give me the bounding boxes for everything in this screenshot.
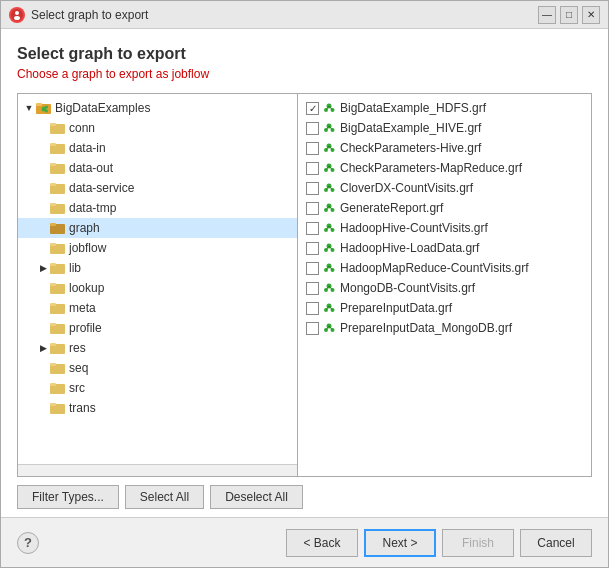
file-checkbox[interactable] [306,142,319,155]
svg-point-1 [15,11,19,15]
trans-label: trans [69,401,96,415]
file-name: BigDataExample_HIVE.grf [340,121,481,135]
file-name: PrepareInputData_MongoDB.grf [340,321,512,335]
file-item[interactable]: PrepareInputData_MongoDB.grf [298,318,591,338]
grf-file-icon [322,221,337,236]
deselect-all-button[interactable]: Deselect All [210,485,303,509]
root-folder-icon [36,102,52,114]
root-arrow: ▼ [22,103,36,113]
grf-file-icon [322,181,337,196]
tree-item-data-service[interactable]: data-service [18,178,297,198]
title-bar-left: Select graph to export [9,7,148,23]
file-checkbox[interactable] [306,182,319,195]
filter-types-button[interactable]: Filter Types... [17,485,119,509]
file-checkbox[interactable] [306,262,319,275]
file-item[interactable]: MongoDB-CountVisits.grf [298,278,591,298]
tree-item-seq[interactable]: seq [18,358,297,378]
svg-rect-12 [50,143,56,146]
graph-folder-icon [50,222,66,234]
svg-rect-36 [50,383,56,386]
file-item[interactable]: HadoopHive-CountVisits.grf [298,218,591,238]
maximize-button[interactable]: □ [560,6,578,24]
tree-container[interactable]: ▼ [18,94,297,464]
tree-item-data-out[interactable]: data-out [18,158,297,178]
file-item[interactable]: CloverDX-CountVisits.grf [298,178,591,198]
meta-folder-icon [50,302,66,314]
file-checkbox[interactable] [306,102,319,115]
tree-item-data-in[interactable]: data-in [18,138,297,158]
file-name: CheckParameters-MapReduce.grf [340,161,522,175]
file-checkbox[interactable] [306,122,319,135]
file-item[interactable]: HadoopHive-LoadData.grf [298,238,591,258]
src-folder-icon [50,382,66,394]
tree-horizontal-scrollbar[interactable] [18,464,297,476]
file-item[interactable]: CheckParameters-MapReduce.grf [298,158,591,178]
tree-item-jobflow[interactable]: jobflow [18,238,297,258]
svg-point-8 [45,110,48,113]
lookup-folder-icon [50,282,66,294]
next-button[interactable]: Next > [364,529,436,557]
file-name: GenerateReport.grf [340,201,443,215]
file-checkbox[interactable] [306,282,319,295]
root-label: BigDataExamples [55,101,150,115]
back-button[interactable]: < Back [286,529,358,557]
page-title: Select graph to export [17,45,592,63]
main-content: Select graph to export Choose a graph to… [1,29,608,517]
svg-point-2 [14,16,20,20]
footer-left: ? [17,532,39,554]
svg-rect-28 [50,303,56,306]
tree-item-conn[interactable]: conn [18,118,297,138]
grf-file-icon [322,301,337,316]
tree-item-trans[interactable]: trans [18,398,297,418]
tree-item-profile[interactable]: profile [18,318,297,338]
file-item[interactable]: BigDataExample_HDFS.grf [298,98,591,118]
file-list[interactable]: BigDataExample_HDFS.grf BigDataExample_H… [298,94,591,476]
file-item[interactable]: BigDataExample_HIVE.grf [298,118,591,138]
file-checkbox[interactable] [306,222,319,235]
tree-item-res[interactable]: ▶ res [18,338,297,358]
grf-file-icon [322,161,337,176]
tree-item-src[interactable]: src [18,378,297,398]
file-checkbox[interactable] [306,322,319,335]
svg-rect-5 [36,103,42,106]
cancel-button[interactable]: Cancel [520,529,592,557]
tree-root[interactable]: ▼ [18,98,297,118]
file-checkbox[interactable] [306,162,319,175]
file-item[interactable]: PrepareInputData.grf [298,298,591,318]
file-name: PrepareInputData.grf [340,301,452,315]
help-button[interactable]: ? [17,532,39,554]
file-item[interactable]: HadoopMapReduce-CountVisits.grf [298,258,591,278]
svg-rect-32 [50,343,56,346]
svg-rect-18 [50,203,56,206]
file-checkbox[interactable] [306,202,319,215]
finish-button[interactable]: Finish [442,529,514,557]
file-name: MongoDB-CountVisits.grf [340,281,475,295]
file-checkbox[interactable] [306,242,319,255]
svg-rect-34 [50,363,56,366]
tree-item-data-tmp[interactable]: data-tmp [18,198,297,218]
tree-item-graph[interactable]: graph [18,218,297,238]
lookup-label: lookup [69,281,104,295]
minimize-button[interactable]: — [538,6,556,24]
tree-item-lookup[interactable]: lookup [18,278,297,298]
jobflow-label: jobflow [69,241,106,255]
tree-item-meta[interactable]: meta [18,298,297,318]
close-button[interactable]: ✕ [582,6,600,24]
footer-right: < Back Next > Finish Cancel [286,529,592,557]
data-tmp-folder-icon [50,202,66,214]
file-item[interactable]: CheckParameters-Hive.grf [298,138,591,158]
trans-folder-icon [50,402,66,414]
lib-arrow: ▶ [36,263,50,273]
select-all-button[interactable]: Select All [125,485,204,509]
file-name: HadoopHive-CountVisits.grf [340,221,488,235]
file-checkbox[interactable] [306,302,319,315]
lib-label: lib [69,261,81,275]
conn-label: conn [69,121,95,135]
file-item[interactable]: GenerateReport.grf [298,198,591,218]
data-out-label: data-out [69,161,113,175]
page-subtitle: Choose a graph to export as jobflow [17,67,592,81]
svg-rect-30 [50,323,56,326]
profile-folder-icon [50,322,66,334]
grf-file-icon [322,141,337,156]
tree-item-lib[interactable]: ▶ lib [18,258,297,278]
